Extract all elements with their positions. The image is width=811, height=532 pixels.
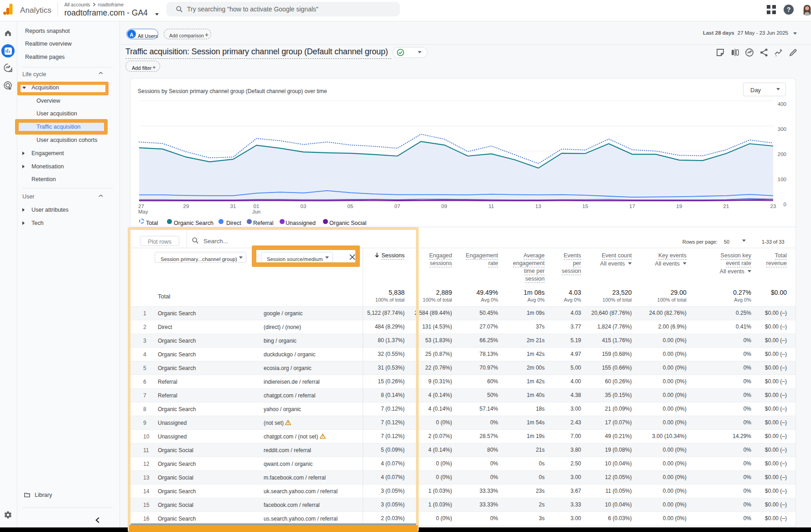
svg-text:05: 05 [348, 203, 354, 209]
svg-text:300: 300 [778, 126, 786, 132]
svg-text:Jun: Jun [252, 209, 261, 214]
svg-text:09: 09 [442, 203, 447, 209]
svg-text:23: 23 [770, 203, 776, 209]
svg-text:11: 11 [489, 203, 494, 209]
svg-text:100: 100 [778, 177, 786, 182]
svg-text:29: 29 [183, 203, 189, 209]
svg-text:21: 21 [723, 203, 729, 209]
svg-text:01: 01 [254, 203, 260, 209]
svg-text:15: 15 [582, 203, 588, 209]
svg-text:13: 13 [535, 203, 541, 209]
svg-text:400: 400 [778, 101, 786, 107]
svg-text:17: 17 [629, 203, 635, 209]
svg-text:200: 200 [778, 151, 786, 157]
svg-text:27: 27 [138, 203, 144, 209]
svg-text:31: 31 [230, 203, 236, 209]
svg-text:May: May [138, 209, 148, 214]
svg-text:07: 07 [395, 203, 400, 209]
svg-text:03: 03 [301, 203, 307, 209]
svg-text:0: 0 [784, 202, 786, 207]
svg-text:19: 19 [676, 203, 682, 209]
